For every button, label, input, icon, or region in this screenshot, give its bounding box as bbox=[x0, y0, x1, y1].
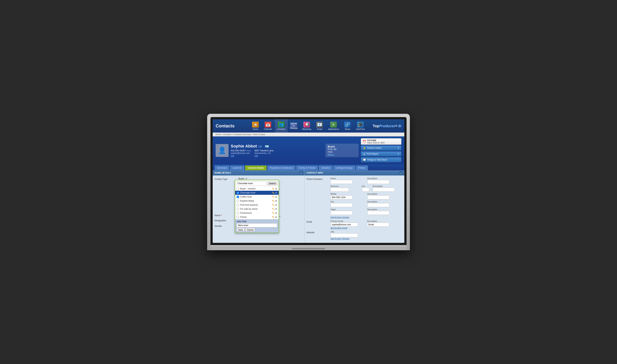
nav-email[interactable]: 📧 Email bbox=[314, 119, 326, 132]
buyer-more-link[interactable]: More » bbox=[328, 153, 334, 156]
ext-block: Ext. bbox=[362, 185, 371, 192]
add-another-website-link[interactable]: Add Another Website bbox=[330, 237, 349, 240]
business-desc-input[interactable] bbox=[373, 188, 395, 192]
list-item[interactable]: For sale by owner ✏️ 🗑 bbox=[235, 207, 279, 211]
nav-calendar[interactable]: 📅 Calendar bbox=[261, 119, 275, 132]
delete-icon[interactable]: 🗑 bbox=[275, 208, 277, 210]
nav-contacts[interactable]: 👥 Contacts bbox=[275, 119, 288, 132]
email-desc-input[interactable] bbox=[367, 223, 389, 227]
nav-fasttrack-label: FastTrack bbox=[356, 128, 365, 130]
coffee-lover-checkbox[interactable] bbox=[237, 196, 239, 198]
pager-input[interactable] bbox=[330, 211, 353, 215]
pager-phone-block: Pager bbox=[330, 208, 366, 215]
nav-fasttrack[interactable]: 🎓 FastTrack bbox=[354, 119, 368, 132]
add-item-cancel-button[interactable]: Cancel bbox=[245, 228, 255, 232]
name-details-collapse[interactable]: ▲ bbox=[300, 171, 302, 174]
tab-activities[interactable]: Activities bbox=[318, 165, 333, 170]
edit-icon[interactable]: ✏️ bbox=[272, 208, 274, 210]
add-item-input[interactable] bbox=[237, 223, 277, 227]
edit-icon[interactable]: ✏️ bbox=[272, 212, 274, 214]
nav-listings[interactable]: Listings &Closings bbox=[288, 119, 300, 132]
perform-action-label: Perform Action bbox=[367, 147, 397, 149]
expired-listing-checkbox[interactable] bbox=[237, 200, 239, 202]
phone-numbers-section: Phone Numbers Home Description bbox=[306, 177, 402, 219]
add-item-buttons: Save Cancel bbox=[237, 228, 277, 232]
delete-icon[interactable]: 🗑 bbox=[275, 188, 277, 190]
ext-input[interactable] bbox=[362, 188, 369, 192]
chocolate-lover-checkbox[interactable] bbox=[237, 192, 239, 194]
delete-icon[interactable]: 🗑 bbox=[275, 192, 277, 194]
mobile-desc-input[interactable] bbox=[367, 195, 389, 199]
contact-address-edit[interactable]: Edit bbox=[255, 155, 258, 157]
applications-icon: 🖥 bbox=[330, 122, 337, 128]
foreclosure-checkbox[interactable] bbox=[237, 212, 239, 214]
edit-icon[interactable]: ✏️ bbox=[272, 200, 274, 202]
add-another-email-link[interactable]: Add Another Email bbox=[330, 227, 347, 229]
business-phone-input[interactable] bbox=[330, 188, 349, 192]
dropdown-search-button[interactable]: Search bbox=[267, 181, 277, 185]
delete-icon[interactable]: 🗑 bbox=[275, 196, 277, 198]
first-time-buyer-checkbox[interactable] bbox=[237, 204, 239, 206]
buyer-panel: Buyer Price: $0 Area: More » bbox=[326, 143, 359, 157]
add-another-number-link[interactable]: Add Another Number bbox=[330, 216, 349, 218]
for-sale-checkbox[interactable] bbox=[237, 208, 239, 210]
delete-icon[interactable]: 🗑 bbox=[275, 200, 277, 202]
nav-home[interactable]: 🏠 Home bbox=[249, 119, 261, 132]
tab-photos[interactable]: Photos bbox=[356, 165, 368, 170]
top-producer-logo: TopProducer® 8i bbox=[370, 119, 404, 132]
list-item[interactable]: Coffee lover ✏️ 🗑 bbox=[235, 195, 279, 199]
tab-family[interactable]: Family & Friends bbox=[296, 165, 318, 170]
buyer-area: Area: bbox=[328, 151, 356, 153]
things-to-talk-button[interactable]: 💬 Things to Talk About bbox=[361, 157, 401, 162]
contact-info-collapse[interactable]: ▲ bbox=[399, 171, 402, 174]
future-button[interactable]: ⏰ FUTURE Since June 27, 2017 ▼ bbox=[361, 138, 401, 145]
tab-properties[interactable]: Properties & Addresses bbox=[267, 165, 296, 170]
list-item[interactable]: First time buyer(s) ✏️ 🗑 bbox=[235, 203, 279, 207]
share-icon: 🔗 bbox=[344, 122, 351, 128]
home-phone-input[interactable] bbox=[330, 180, 353, 184]
edit-icon[interactable]: ✏️ bbox=[272, 192, 274, 194]
nav-applications[interactable]: 🖥 Applications bbox=[326, 119, 342, 132]
home-desc-input[interactable] bbox=[367, 180, 389, 184]
edit-icon[interactable]: ✏️ bbox=[272, 196, 274, 198]
contact-email-display: sophie@home.com bbox=[231, 152, 251, 155]
fax-desc-input[interactable] bbox=[367, 203, 389, 207]
delete-icon[interactable]: 🗑 bbox=[275, 216, 277, 218]
add-item-save-button[interactable]: Save bbox=[237, 228, 245, 232]
contact-phone-edit[interactable]: Edit bbox=[231, 155, 234, 157]
list-item[interactable]: Chocolate lover ✏️ 🗑 bbox=[235, 191, 279, 195]
buyer-investor-checkbox[interactable] bbox=[237, 188, 239, 190]
business-desc-block: Description bbox=[373, 185, 402, 192]
nav-marketing[interactable]: 📢 Marketing bbox=[300, 119, 314, 132]
dropdown-search-input[interactable] bbox=[236, 181, 266, 185]
fax-input[interactable] bbox=[330, 203, 353, 207]
tab-listings[interactable]: Listings/Closings bbox=[333, 165, 355, 170]
buyer-delete-btn[interactable]: 🗑 bbox=[245, 177, 247, 180]
tab-summary[interactable]: Summary bbox=[215, 165, 229, 170]
list-item[interactable]: Expired listing ✏️ 🗑 bbox=[235, 199, 279, 203]
friend-checkbox[interactable] bbox=[237, 216, 239, 218]
url-input[interactable] bbox=[330, 233, 358, 237]
list-item[interactable]: Foreclosure ✏️ 🗑 bbox=[235, 211, 279, 215]
edit-icon[interactable]: ✏️ bbox=[272, 216, 274, 218]
dropdown-list[interactable]: Buyer - investor ✏️ 🗑 bbox=[235, 187, 279, 219]
edit-icon[interactable]: ✏️ bbox=[272, 204, 274, 206]
edit-icon[interactable]: ✏️ bbox=[272, 188, 274, 190]
laptop-base bbox=[210, 245, 407, 250]
print-report-button[interactable]: 🖨 Print Report ▼ bbox=[361, 151, 401, 156]
brand-area: Contacts bbox=[213, 119, 249, 132]
email-label: Email bbox=[306, 220, 330, 223]
delete-icon[interactable]: 🗑 bbox=[275, 212, 277, 214]
mobile-phone-input[interactable] bbox=[330, 195, 353, 199]
primary-email-input[interactable] bbox=[330, 223, 358, 227]
print-report-label: Print Report bbox=[367, 153, 397, 155]
contact-name-edit[interactable]: Edit bbox=[258, 145, 262, 147]
tab-lead-info[interactable]: Lead Info bbox=[230, 165, 245, 170]
list-item[interactable]: Friend ✏️ 🗑 bbox=[235, 215, 279, 219]
delete-icon[interactable]: 🗑 bbox=[275, 204, 277, 206]
nav-share[interactable]: 🔗 Share bbox=[342, 119, 354, 132]
list-item[interactable]: Buyer - investor ✏️ 🗑 bbox=[235, 187, 279, 191]
tab-contact-details[interactable]: Contact Details bbox=[245, 165, 266, 170]
perform-action-button[interactable]: ⚡ Perform Action ▼ bbox=[361, 145, 401, 151]
pager-desc-input[interactable] bbox=[367, 211, 389, 215]
